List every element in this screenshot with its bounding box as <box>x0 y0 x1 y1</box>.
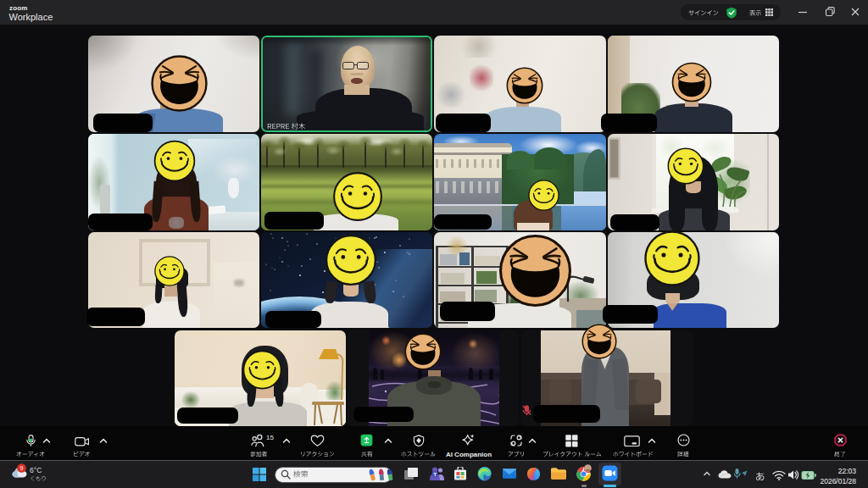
svg-text:9: 9 <box>20 465 24 471</box>
